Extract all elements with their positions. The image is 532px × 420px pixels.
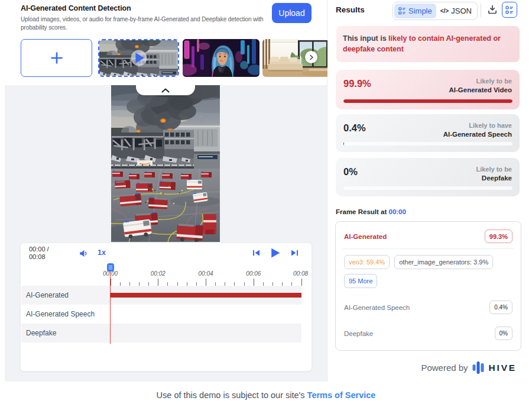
detection-bar: [111, 293, 301, 298]
verdict-prefix: This input is: [343, 34, 388, 43]
score-caption: Likely to have AI-Generated Speech: [443, 122, 512, 138]
ruler-label: 00:02: [151, 270, 166, 277]
speaker-icon: [79, 248, 89, 259]
skip-forward-icon: [290, 248, 299, 257]
add-media-tile[interactable]: [21, 39, 92, 77]
timeline-row-label: AI-Generated: [21, 291, 69, 299]
report-view-button[interactable]: [502, 2, 517, 18]
score-qualifier: Likely to be: [476, 166, 512, 173]
score-progress-track: [343, 186, 512, 190]
ruler-tick: [158, 279, 158, 286]
timeline-row-label: AI-Generated Speech: [21, 310, 95, 318]
score-label: AI-Generated Speech: [443, 131, 512, 138]
toggle-json-label: JSON: [451, 7, 472, 15]
frame-secondary-badge: 0.4%: [489, 301, 512, 314]
thumbnails-next-button[interactable]: [305, 51, 317, 63]
frame-result-heading: Frame Result at 00:00: [336, 208, 406, 215]
ruler-tick: [206, 279, 206, 286]
media-preview-area: 00:00 / 00:08 1x: [5, 85, 327, 382]
footer: Use of this demo is subject to our site'…: [0, 382, 532, 420]
volume-button[interactable]: [78, 248, 89, 259]
footer-disclaimer: Use of this demo is subject to our site'…: [157, 390, 307, 400]
score-progress-fill: [343, 142, 344, 146]
frame-primary-badge: 99.3%: [485, 230, 512, 243]
page-title: AI-Generated Content Detection: [21, 4, 312, 12]
ruler-label: 00:08: [293, 270, 308, 277]
playhead-line: [110, 272, 111, 344]
simple-view-icon: [398, 7, 406, 15]
frame-result-card: AI-Generated 99.3% veo3: 59.4% other_ima…: [335, 221, 521, 351]
thumbnail-cyberpunk-woman[interactable]: [183, 39, 259, 77]
powered-by-row: Powered by HIVE: [421, 361, 517, 374]
timeline-row-label: Deepfake: [21, 329, 56, 337]
score-progress-track: [343, 142, 512, 146]
code-icon: </>: [440, 8, 449, 14]
card-list-icon: [505, 6, 514, 14]
thumbnail-play-icon: [131, 50, 147, 66]
play-icon: [269, 247, 281, 259]
thumbnail-video-selected[interactable]: [98, 39, 179, 77]
chevron-up-icon: [161, 88, 170, 93]
timeline-row: Deepfake: [21, 324, 301, 343]
player-controls: 00:00 / 00:08 1x: [21, 243, 312, 264]
score-caption: Likely to be Deepfake: [476, 166, 512, 182]
frame-secondary-label: AI-Generated Speech: [344, 304, 410, 311]
frame-secondary-badge: 0%: [495, 327, 512, 340]
score-label: Deepfake: [476, 175, 512, 182]
results-title: Results: [336, 5, 365, 14]
skip-back-icon: [252, 248, 261, 257]
score-progress-track: [343, 99, 512, 104]
hive-brand-text: HIVE: [489, 363, 517, 373]
score-qualifier: Likely to have: [443, 122, 512, 129]
generator-tag[interactable]: other_image_generators: 3.9%: [394, 255, 493, 269]
frame-result-timestamp[interactable]: 00:00: [388, 208, 406, 215]
frame-secondary-row: Deepfake 0%: [344, 327, 512, 340]
plus-icon: [50, 51, 64, 65]
page: AI-Generated Content Detection Upload im…: [0, 0, 532, 420]
hive-logo-icon: [472, 361, 485, 374]
frame-secondary-label: Deepfake: [344, 330, 373, 337]
play-button[interactable]: [268, 247, 281, 260]
download-button[interactable]: [486, 4, 499, 17]
time-total: 00:08: [29, 253, 49, 261]
ruler-label: 00:06: [246, 270, 261, 277]
score-card-speech: 0.4% Likely to have AI-Generated Speech: [336, 114, 520, 152]
header-divider: [481, 4, 481, 17]
skip-back-button[interactable]: [251, 248, 261, 258]
results-panel: Results Simple </> JSON: [328, 0, 532, 382]
time-display: 00:00 / 00:08: [29, 245, 49, 261]
toggle-simple[interactable]: Simple: [394, 4, 436, 18]
powered-by-text: Powered by: [421, 363, 468, 373]
footer-text: Use of this demo is subject to our site'…: [0, 390, 532, 400]
score-card-video: 99.9% Likely to be AI-Generated Video: [336, 70, 520, 109]
score-card-deepfake: 0% Likely to be Deepfake: [336, 158, 520, 196]
score-progress-fill: [343, 99, 512, 104]
skip-forward-button[interactable]: [290, 248, 299, 258]
frame-result-prefix: Frame Result at: [336, 208, 388, 215]
download-icon: [487, 4, 498, 15]
ruler-label: 00:04: [198, 270, 213, 277]
detection-timeline: 00:0000:0200:0400:0600:08 AI-Generated A…: [21, 264, 312, 371]
thumbnail-strip: [21, 39, 327, 77]
more-generators-button[interactable]: 95 More: [344, 274, 377, 288]
score-caption: Likely to be AI-Generated Video: [449, 77, 512, 93]
score-label: AI-Generated Video: [449, 86, 512, 93]
verdict-alert: This input is likely to contain AI-gener…: [336, 26, 520, 62]
collapse-preview-button[interactable]: [136, 85, 195, 95]
upload-button[interactable]: Upload: [272, 3, 312, 23]
toggle-simple-label: Simple: [408, 7, 432, 15]
frame-divider: [343, 248, 514, 249]
playback-speed-button[interactable]: 1x: [98, 248, 106, 257]
score-qualifier: Likely to be: [449, 77, 512, 85]
generator-tag[interactable]: veo3: 59.4%: [344, 255, 390, 269]
terms-of-service-link[interactable]: Terms of Service: [307, 390, 376, 400]
thumbnail-interior[interactable]: [262, 39, 327, 77]
frame-primary-label: AI-Generated: [344, 233, 387, 240]
page-subtitle: Upload images, videos, or audio for fram…: [21, 15, 271, 32]
toggle-json[interactable]: </> JSON: [436, 4, 476, 18]
ruler-tick: [254, 279, 254, 286]
video-preview[interactable]: [111, 85, 220, 242]
frame-primary-row: AI-Generated 99.3%: [344, 230, 512, 243]
playhead-handle[interactable]: [107, 263, 114, 272]
frame-secondary-row: AI-Generated Speech 0.4%: [344, 301, 512, 314]
